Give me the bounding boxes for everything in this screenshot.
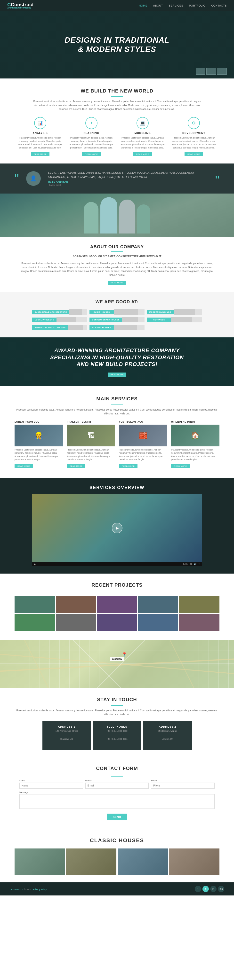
service-3: VESTIBULUM IACU 🧱 Praesent vestibulum do… <box>119 420 167 468</box>
contact-card-address1: ADDRESS 1 123 Architecture Street Glasgo… <box>42 721 91 750</box>
hero-thumb-2[interactable] <box>206 68 216 75</box>
skill-innovative: INNOVATIVE SOCIAL HOUSES <box>32 325 87 330</box>
classic-house-4[interactable] <box>169 848 220 875</box>
project-8[interactable] <box>97 614 137 631</box>
about-subtitle: LOREM IPSUM DOLOR SIT AMET, CONSECTETUER… <box>19 255 215 258</box>
analysis-read-more[interactable]: READ MORE <box>31 152 50 156</box>
map-roads-svg <box>0 640 234 688</box>
skill-innovative-bar <box>68 325 87 330</box>
progress-bar[interactable] <box>37 564 182 564</box>
classic-houses-title: CLASSIC HOUSES <box>14 837 220 844</box>
project-10[interactable] <box>179 614 220 631</box>
about-read-more[interactable]: READ MORE <box>108 281 126 285</box>
classic-house-2[interactable] <box>66 848 116 875</box>
stay-touch-title: STAY IN TOUCH <box>14 697 220 702</box>
privacy-link[interactable]: Privacy Policy <box>33 888 46 891</box>
testimonial-author: MARK JOHNSON <box>48 181 208 184</box>
classic-house-3[interactable] <box>118 848 168 875</box>
logo-subtitle: Architectural company <box>7 6 34 9</box>
service-3-body: Praesent vestibulum dolestie lacus. Aene… <box>119 448 167 461</box>
classic-house-1[interactable] <box>14 848 65 875</box>
testimonial-section: " 👤 SED UT PERSPICIATIS UNDE OMNIS ISTE … <box>0 164 234 194</box>
map-background: Glasgow 📍 <box>0 640 234 688</box>
footer: CONSTRUCT © 2014 • Privacy Policy f t in… <box>0 882 234 896</box>
name-input[interactable] <box>19 783 83 789</box>
email-input[interactable] <box>85 783 149 789</box>
we-build-title: WE BUILD THE NEW WORLD <box>14 88 220 94</box>
service-2-title: PRAESENT VESTIB <box>67 420 115 423</box>
contact-form-section: CONTACT FORM Name E-mail Phone Message S… <box>0 758 234 830</box>
service-2: PRAESENT VESTIB 🏗 Praesent vestibulum do… <box>67 420 115 468</box>
about-image <box>0 194 234 237</box>
award-read-more[interactable]: READ MORE <box>108 372 126 377</box>
services-overview-section: SERVICES OVERVIEW ▶ 0:00 / 4:29 🔊 ⛶ <box>0 478 234 574</box>
nav-item-portfolio[interactable]: PORTFOLIO <box>189 4 205 7</box>
hero-thumb-1[interactable] <box>196 68 205 75</box>
service-1-image: 👷 <box>14 425 63 446</box>
social-twitter[interactable]: t <box>202 886 209 892</box>
message-textarea[interactable] <box>19 794 215 809</box>
phone-input[interactable] <box>151 783 215 789</box>
hero-thumb-3[interactable] <box>217 68 227 75</box>
map-pin: 📍 <box>122 652 127 657</box>
project-5[interactable] <box>179 596 220 613</box>
we-build-section: WE BUILD THE NEW WORLD Praesent vestibul… <box>0 78 234 164</box>
project-2[interactable] <box>56 596 96 613</box>
social-linkedin[interactable]: in <box>210 886 216 892</box>
about-title: ABOUT OUR COMPANY <box>19 244 215 250</box>
project-6[interactable] <box>14 614 55 631</box>
project-4[interactable] <box>138 596 178 613</box>
telephone-2: +44 (0) 141 000 0001 <box>100 738 134 741</box>
nav-item-contacts[interactable]: CONTACTS <box>211 4 227 7</box>
main-services-section: MAIN SERVICES Praesent vestibulum molest… <box>0 387 234 478</box>
volume-btn[interactable]: 🔊 <box>194 563 196 565</box>
service-3-btn[interactable]: READ MORE <box>119 464 138 468</box>
service-4-image: 🏠 <box>171 425 220 446</box>
email-label: E-mail <box>85 780 149 782</box>
logo[interactable]: CConstruct Architectural company <box>7 2 34 9</box>
service-4-btn[interactable]: READ MORE <box>171 464 190 468</box>
project-9[interactable] <box>138 614 178 631</box>
projects-divider <box>111 593 123 593</box>
development-read-more[interactable]: READ MORE <box>184 152 203 156</box>
service-4-title: UT ENIM AD MINIM <box>171 420 220 423</box>
address2-title: ADDRESS 2 <box>151 725 184 728</box>
service-3-image: 🧱 <box>119 425 167 446</box>
play-pause-btn[interactable]: ▶ <box>34 563 36 565</box>
planning-read-more[interactable]: READ MORE <box>82 152 101 156</box>
fullscreen-btn[interactable]: ⛶ <box>198 563 200 565</box>
skill-local-bar <box>56 317 87 322</box>
stay-touch-section: STAY IN TOUCH Praesent vestibulum molest… <box>0 688 234 758</box>
nav-item-services[interactable]: SERVICES <box>169 4 183 7</box>
contact-card-address2: ADDRESS 2 456 Design Avenue London, UK <box>143 721 192 750</box>
project-7[interactable] <box>56 614 96 631</box>
about-body: Praesent vestibulum molestie lacus. Aene… <box>19 262 215 277</box>
title-divider <box>111 96 123 97</box>
analysis-icon: 📊 <box>34 117 46 129</box>
video-time: 0:00 / 4:29 <box>183 563 192 565</box>
nav-item-about[interactable]: ABOUT <box>153 4 163 7</box>
telephones-title: TELEPHONES <box>100 725 134 728</box>
social-rss[interactable]: rss <box>218 886 224 892</box>
feature-analysis: 📊 ANALYSIS Praesent vestibulum dolestie … <box>14 117 66 156</box>
submit-button[interactable]: SEND <box>107 814 127 820</box>
services-divider <box>111 404 123 405</box>
about-divider <box>111 251 123 252</box>
modeling-read-more[interactable]: READ MORE <box>133 152 152 156</box>
play-button[interactable] <box>112 523 122 533</box>
service-1-btn[interactable]: READ MORE <box>14 464 33 468</box>
skill-modern-label: MODERN BUILDINGS <box>147 310 174 314</box>
contact-card-telephones: TELEPHONES +44 (0) 141 000 0000 +44 (0) … <box>93 721 141 750</box>
project-3[interactable] <box>97 596 137 613</box>
feature-planning-title: PLANNING <box>68 132 114 134</box>
project-1[interactable] <box>14 596 55 613</box>
main-services-title: MAIN SERVICES <box>14 396 220 402</box>
nav-item-home[interactable]: HOME <box>139 4 147 7</box>
social-facebook[interactable]: f <box>195 886 201 892</box>
service-2-btn[interactable]: READ MORE <box>67 464 85 468</box>
recent-projects-section: RECENT PROJECTS <box>0 574 234 640</box>
video-controls: ▶ 0:00 / 4:29 🔊 ⛶ <box>32 562 202 566</box>
email-field: E-mail <box>85 780 149 789</box>
classic-houses-grid <box>14 848 220 875</box>
skill-modern-bar <box>174 309 202 315</box>
